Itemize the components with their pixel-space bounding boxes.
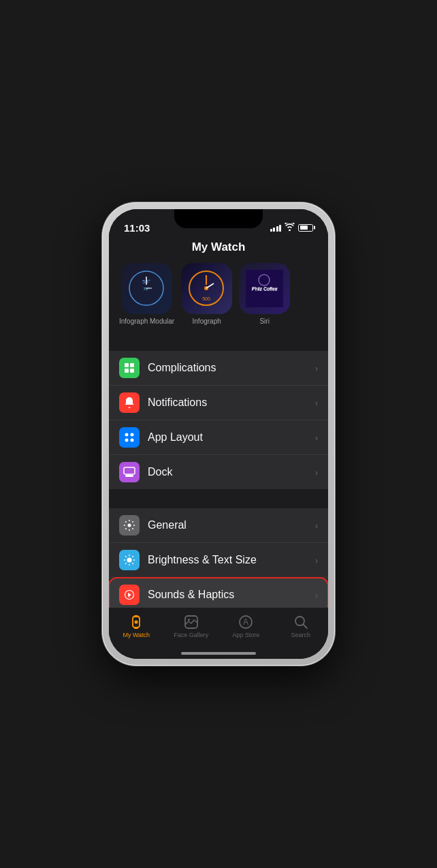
settings-section-1: Complications › Notifications ›: [109, 351, 328, 489]
tab-face-gallery-label: Face Gallery: [174, 632, 208, 638]
svg-rect-22: [125, 475, 133, 477]
screen-content: 11:03: [109, 209, 328, 659]
status-icons: [270, 223, 314, 233]
settings-row-app-layout[interactable]: App Layout ›: [109, 420, 328, 455]
svg-text:500: 500: [202, 296, 210, 301]
wifi-icon: [285, 223, 295, 233]
svg-rect-41: [134, 615, 138, 617]
app-layout-label: App Layout: [148, 431, 315, 444]
tab-my-watch-label: My Watch: [123, 632, 150, 638]
settings-row-sounds[interactable]: ♪ Sounds & Haptics ›: [109, 578, 328, 607]
svg-rect-42: [134, 627, 138, 629]
watch-face-label: Infograph: [193, 317, 221, 325]
watch-face-infograph[interactable]: 500 Infograph: [181, 263, 232, 325]
chevron-icon: ›: [315, 433, 318, 443]
svg-text:76°: 76°: [144, 287, 150, 291]
svg-text:♪: ♪: [128, 593, 131, 598]
settings-row-dock[interactable]: Dock ›: [109, 455, 328, 489]
tab-bar: My Watch Face Gallery: [109, 607, 328, 652]
tab-app-store[interactable]: A App Store: [218, 613, 274, 638]
chevron-icon: ›: [315, 363, 318, 373]
settings-row-notifications[interactable]: Notifications ›: [109, 386, 328, 420]
settings-row-brightness[interactable]: Brightness & Text Size ›: [109, 543, 328, 578]
dock-icon: [119, 462, 140, 482]
tab-search-label: Search: [291, 632, 310, 638]
brightness-icon: [119, 550, 140, 570]
svg-line-8: [206, 283, 214, 288]
my-watch-icon: [128, 613, 145, 630]
home-indicator: [109, 652, 328, 659]
svg-rect-21: [124, 467, 135, 474]
brightness-label: Brightness & Text Size: [148, 554, 315, 566]
general-label: General: [148, 519, 315, 531]
svg-point-18: [131, 433, 134, 437]
svg-rect-44: [185, 616, 197, 628]
svg-point-17: [125, 433, 129, 437]
svg-point-24: [127, 558, 132, 563]
svg-point-23: [128, 524, 131, 527]
watch-face-infograph-modular[interactable]: 55° 76° Infograph Modular: [119, 263, 174, 325]
svg-text:Philz Coffee: Philz Coffee: [252, 286, 278, 291]
svg-rect-13: [125, 363, 129, 367]
chevron-icon: ›: [315, 590, 318, 600]
main-content[interactable]: 55° 76° Infograph Modular: [109, 260, 328, 607]
chevron-icon: ›: [315, 555, 318, 565]
face-gallery-icon: [182, 613, 199, 630]
watch-faces-row: 55° 76° Infograph Modular: [109, 260, 328, 332]
search-tab-icon: [292, 613, 309, 630]
svg-text:A: A: [243, 617, 248, 627]
svg-rect-16: [130, 369, 134, 373]
settings-row-complications[interactable]: Complications ›: [109, 351, 328, 386]
sounds-icon: ♪: [119, 585, 140, 605]
svg-point-20: [131, 439, 134, 442]
svg-rect-15: [125, 369, 129, 373]
battery-icon: [298, 224, 313, 232]
svg-rect-14: [130, 363, 134, 367]
dock-label: Dock: [148, 466, 315, 478]
sounds-label: Sounds & Haptics: [148, 589, 315, 601]
signal-icon: [270, 223, 282, 232]
settings-row-general[interactable]: General ›: [109, 508, 328, 543]
tab-search[interactable]: Search: [274, 613, 329, 638]
watch-face-label: Siri: [259, 317, 269, 325]
app-store-icon: A: [238, 613, 255, 630]
general-icon: [119, 515, 140, 536]
complications-label: Complications: [148, 362, 315, 374]
svg-point-43: [135, 620, 138, 623]
chevron-icon: ›: [315, 521, 318, 531]
tab-face-gallery[interactable]: Face Gallery: [164, 613, 219, 638]
notifications-label: Notifications: [148, 397, 315, 409]
complications-icon: [119, 358, 140, 378]
chevron-icon: ›: [315, 467, 318, 478]
app-layout-icon: [119, 427, 140, 448]
svg-point-19: [125, 439, 129, 442]
watch-face-label: Infograph Modular: [119, 317, 174, 325]
phone-device: 11:03: [102, 202, 335, 666]
svg-point-45: [188, 619, 190, 621]
nav-title-area: My Watch: [109, 238, 328, 260]
tab-my-watch[interactable]: My Watch: [109, 613, 164, 638]
watch-face-siri[interactable]: Philz Coffee Siri: [239, 263, 290, 325]
tab-app-store-label: App Store: [232, 632, 259, 638]
phone-screen: 11:03: [109, 209, 328, 659]
settings-section-2: General › Brightness & Text Size ›: [109, 508, 328, 607]
status-time: 11:03: [124, 222, 150, 234]
notifications-icon: [119, 392, 140, 413]
page-title: My Watch: [192, 241, 246, 253]
svg-line-49: [303, 624, 307, 628]
notch: [174, 209, 263, 228]
chevron-icon: ›: [315, 398, 318, 408]
